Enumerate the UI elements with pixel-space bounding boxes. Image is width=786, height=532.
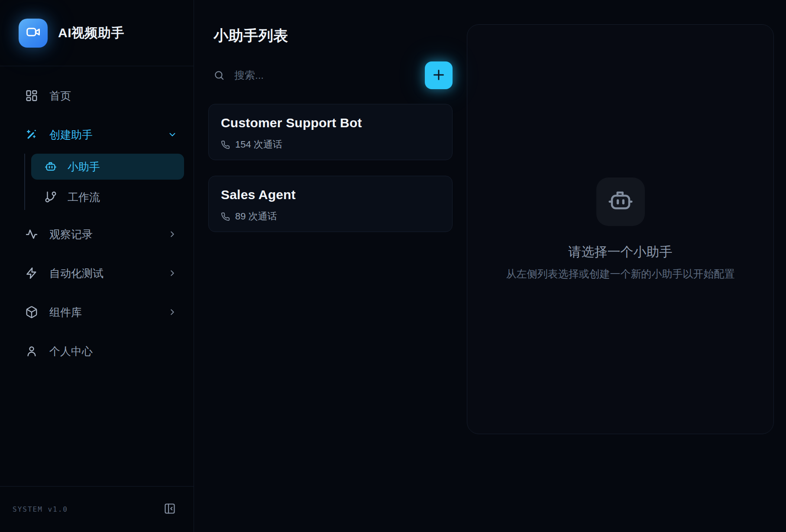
sidebar-item-observation-logs[interactable]: 观察记录 xyxy=(0,221,194,247)
box-icon xyxy=(25,306,38,319)
chevron-right-icon xyxy=(168,307,177,317)
sidebar-nav: 首页 创建助手 xyxy=(0,83,194,486)
sidebar-item-label: 自动化测试 xyxy=(49,266,168,281)
sidebar-item-label: 观察记录 xyxy=(49,227,168,242)
zap-icon xyxy=(25,267,38,280)
empty-state-subtitle: 从左侧列表选择或创建一个新的小助手以开始配置 xyxy=(506,267,735,281)
sidebar: AI视频助手 首页 xyxy=(0,0,194,532)
create-assistant-submenu: 小助手 工作流 xyxy=(24,154,194,210)
bot-icon-box xyxy=(596,177,645,226)
robot-icon xyxy=(44,160,57,173)
call-count: 154 次通话 xyxy=(235,138,282,151)
version-label: SYSTEM v1.0 xyxy=(13,505,68,513)
logo-row: AI视频助手 xyxy=(0,0,194,66)
call-count: 89 次通话 xyxy=(235,210,277,223)
assistant-name: Sales Agent xyxy=(221,187,440,202)
sidebar-item-create-assistant[interactable]: 创建助手 xyxy=(0,122,194,148)
app-window: AI视频助手 首页 xyxy=(0,0,786,532)
sidebar-subitem-label: 工作流 xyxy=(68,190,100,204)
assistant-name: Customer Support Bot xyxy=(221,116,440,130)
search-icon xyxy=(213,70,225,81)
plus-icon xyxy=(431,67,446,84)
panel-left-close-icon xyxy=(164,503,176,516)
assistant-card[interactable]: Sales Agent 89 次通话 xyxy=(208,176,453,232)
sidebar-subitem-workflows[interactable]: 工作流 xyxy=(31,184,184,210)
chevron-right-icon xyxy=(168,268,177,278)
magic-wand-icon xyxy=(25,128,38,141)
sidebar-subitem-label: 小助手 xyxy=(68,160,100,174)
app-title: AI视频助手 xyxy=(58,24,124,42)
app-logo xyxy=(19,19,48,48)
panel-title: 小助手列表 xyxy=(213,26,453,46)
sidebar-subitem-assistants[interactable]: 小助手 xyxy=(31,154,184,180)
dashboard-icon xyxy=(25,89,38,102)
chevron-down-icon xyxy=(168,130,177,139)
add-assistant-button[interactable] xyxy=(425,61,453,89)
search-row xyxy=(208,61,453,89)
empty-state: 请选择一个小助手 从左侧列表选择或创建一个新的小助手以开始配置 xyxy=(506,177,735,281)
search-input[interactable] xyxy=(233,69,398,82)
assistant-card[interactable]: Customer Support Bot 154 次通话 xyxy=(208,104,453,160)
collapse-sidebar-button[interactable] xyxy=(162,502,177,517)
chevron-right-icon xyxy=(168,229,177,239)
git-branch-icon xyxy=(44,190,57,203)
sidebar-item-component-library[interactable]: 组件库 xyxy=(0,299,194,325)
phone-icon xyxy=(221,212,230,221)
video-camera-icon xyxy=(26,24,41,42)
sidebar-item-label: 创建助手 xyxy=(49,128,168,142)
sidebar-item-label: 个人中心 xyxy=(49,344,177,358)
main-content: 小助手列表 xyxy=(194,0,786,532)
assistant-meta: 89 次通话 xyxy=(221,210,440,223)
empty-state-title: 请选择一个小助手 xyxy=(569,243,673,261)
user-icon xyxy=(25,345,38,358)
assistant-cards: Customer Support Bot 154 次通话 Sales Agent xyxy=(208,104,453,232)
sidebar-item-label: 首页 xyxy=(49,89,177,103)
sidebar-item-automation-testing[interactable]: 自动化测试 xyxy=(0,260,194,286)
sidebar-footer: SYSTEM v1.0 xyxy=(0,486,194,532)
phone-icon xyxy=(221,140,230,149)
sidebar-item-personal-center[interactable]: 个人中心 xyxy=(0,338,194,364)
activity-icon xyxy=(25,228,38,241)
sidebar-item-home[interactable]: 首页 xyxy=(0,83,194,109)
assistant-meta: 154 次通话 xyxy=(221,138,440,151)
assistant-detail-panel: 请选择一个小助手 从左侧列表选择或创建一个新的小助手以开始配置 xyxy=(467,24,774,434)
robot-icon xyxy=(607,187,634,216)
sidebar-item-label: 组件库 xyxy=(49,305,168,319)
search-box xyxy=(213,69,425,82)
assistant-list-panel: 小助手列表 xyxy=(194,0,453,532)
